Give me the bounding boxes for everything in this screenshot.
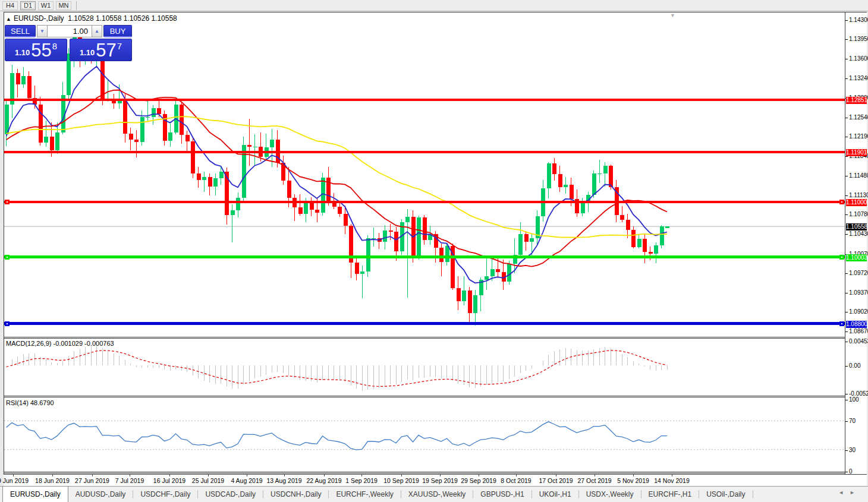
candle-body (338, 207, 342, 213)
chart-tab-usdcad[interactable]: USDCAD-,Daily (198, 487, 263, 502)
tab-scroll-left-icon[interactable]: ◄ (838, 490, 850, 495)
chart-tab-eurusd[interactable]: EURUSD-,Daily (2, 486, 68, 502)
ma-slow (7, 116, 668, 238)
axis-tick-label: 1.09370 (849, 289, 868, 296)
axis-tick-label: 30 (849, 447, 856, 453)
candle-body (157, 108, 161, 114)
axis-tick-label: 0.00 (849, 362, 860, 369)
volume-input[interactable] (48, 25, 92, 37)
tab-scroll-right-icon[interactable]: ► (850, 490, 861, 495)
candle-body (123, 101, 127, 134)
timeframe-button-h4[interactable]: H4 (2, 1, 18, 10)
candle-body (202, 177, 206, 180)
timeframe-button-d1[interactable]: D1 (20, 1, 36, 10)
chart-tab-eurchf[interactable]: EURCHF-,Weekly (329, 487, 400, 502)
candle-body (665, 226, 669, 228)
horizontal-line (4, 151, 845, 153)
candle-body (620, 215, 624, 219)
timeframe-button-w1[interactable]: W1 (38, 1, 54, 10)
volume-decrease-button[interactable]: ▼ (37, 25, 48, 37)
tab-separator (753, 490, 753, 498)
axis-tick (845, 331, 848, 332)
volume-increase-button[interactable]: ▲ (92, 25, 102, 37)
macd-histogram (7, 345, 668, 392)
tab-scroll-arrows[interactable]: ◄► (838, 490, 861, 495)
date-label: 14 Nov 2019 (654, 477, 690, 484)
date-tick (208, 475, 209, 476)
candle-body (462, 291, 466, 301)
axis-tick (845, 214, 848, 215)
candle-body (439, 248, 444, 261)
pane-separator[interactable] (4, 472, 845, 473)
chart-tab-usdchf[interactable]: USDCHF-,Daily (133, 487, 197, 502)
axis-tick-label: 1.10430 (849, 231, 868, 237)
chart-tab-audusd[interactable]: AUDUSD-,Daily (68, 487, 133, 502)
axis-tick (845, 366, 848, 367)
buy-price-button[interactable]: 1.10 57 7 (70, 39, 132, 61)
date-tick (284, 475, 285, 476)
date-label: 1 Sep 2019 (345, 477, 378, 484)
chart-tab-usdcnh[interactable]: USDCNH-,Daily (263, 487, 328, 502)
candle-body (219, 172, 224, 178)
candle-body (643, 239, 647, 251)
candle-body (457, 288, 461, 301)
candle-body (603, 166, 608, 173)
axis-tick (845, 59, 848, 59)
candle-body (490, 269, 495, 276)
axis-tick (845, 20, 848, 21)
axis-tick (845, 394, 848, 394)
price-axis[interactable]: 1.143001.139501.136001.132401.128901.125… (845, 12, 867, 475)
chart-title-symbol: EURUSD-,Daily (14, 14, 64, 23)
date-label: 5 Nov 2019 (617, 477, 649, 484)
chart-title-ohlc: 1.10528 1.10558 1.10526 1.10558 (68, 14, 177, 23)
candle-body (197, 173, 201, 179)
candle-body (473, 295, 477, 314)
date-tick (633, 475, 634, 476)
candle-body (163, 114, 167, 141)
candle-body (140, 117, 144, 142)
axis-tick (845, 137, 848, 137)
axis-tick (845, 118, 848, 118)
date-label: 25 Jul 2019 (192, 477, 224, 484)
date-axis[interactable]: 9 Jun 201918 Jun 201927 Jun 20197 Jul 20… (4, 475, 867, 486)
macd-pane[interactable] (4, 339, 845, 396)
candle-body (55, 132, 59, 151)
date-label: 18 Jun 2019 (35, 477, 70, 484)
horizontal-line (4, 201, 845, 203)
chart-tab-usdx[interactable]: USDX-,Weekly (579, 487, 641, 502)
chart-tab-eurchf[interactable]: EURCHF-,H1 (641, 487, 699, 502)
candle-body (253, 147, 257, 147)
candle-body (423, 217, 427, 240)
date-tick (13, 475, 14, 476)
timeframe-button-mn[interactable]: MN (56, 1, 71, 10)
axis-tick-label: 1.09020 (849, 308, 868, 315)
candle-body (315, 210, 319, 213)
axis-tick-label: 1.13950 (849, 36, 868, 42)
candle-body (417, 217, 421, 255)
rsi-pane[interactable] (4, 397, 845, 472)
chart-tab-gbpusd[interactable]: GBPUSD-,H1 (473, 487, 531, 502)
date-tick (169, 475, 170, 476)
axis-tick (845, 78, 848, 79)
candle-body (5, 105, 9, 134)
sell-button[interactable]: SELL (5, 25, 36, 37)
chart-tab-usoil[interactable]: USOil-,Daily (699, 487, 752, 502)
axis-tick-label: 1.11130 (849, 192, 868, 198)
axis-tick (845, 293, 848, 293)
axis-tick (845, 273, 848, 274)
date-label: 8 Oct 2019 (501, 477, 531, 484)
price-line-badge: 1.10003 (846, 254, 867, 261)
candle-body (547, 163, 551, 188)
sell-price-button[interactable]: 1.10 55 8 (5, 39, 67, 61)
date-label: 9 Jun 2019 (0, 477, 29, 484)
chart-plot-area[interactable] (4, 12, 845, 475)
axis-tick-label: 1.13600 (849, 55, 868, 62)
buy-button[interactable]: BUY (103, 25, 132, 37)
price-line-badge: 1.08800 (846, 321, 867, 328)
candle-body (287, 181, 291, 198)
candle-body (372, 238, 376, 239)
chart-tab-ukoil[interactable]: UKOil-,H1 (532, 487, 578, 502)
axis-tick (845, 234, 848, 235)
chart-tab-xauusd[interactable]: XAUUSD-,Weekly (401, 487, 473, 502)
date-tick (516, 475, 517, 476)
